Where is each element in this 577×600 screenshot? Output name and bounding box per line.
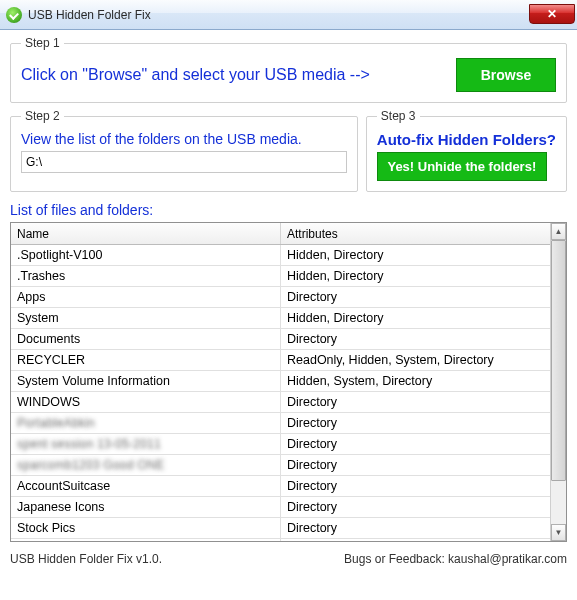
- step3-group: Step 3 Auto-fix Hidden Folders? Yes! Unh…: [366, 109, 567, 192]
- cell-name: Apps: [11, 287, 281, 307]
- window-title: USB Hidden Folder Fix: [28, 8, 151, 22]
- table-row[interactable]: sparcomb1203 Good ONEDirectory: [11, 455, 550, 476]
- cell-attributes: Hidden, System, Directory: [281, 371, 550, 391]
- cell-name: AccountSuitcase: [11, 476, 281, 496]
- table-row[interactable]: System Volume InformationHidden, System,…: [11, 371, 550, 392]
- cell-name: MDB: [11, 539, 281, 541]
- cell-attributes: Directory: [281, 413, 550, 433]
- table-row[interactable]: DocumentsDirectory: [11, 329, 550, 350]
- cell-name: System: [11, 308, 281, 328]
- cell-name: PortableAbkin: [11, 413, 281, 433]
- table-row[interactable]: Japanese IconsDirectory: [11, 497, 550, 518]
- table-row[interactable]: spent session 13-05-2011Directory: [11, 434, 550, 455]
- step2-legend: Step 2: [21, 109, 64, 123]
- cell-name: Documents: [11, 329, 281, 349]
- column-header-name[interactable]: Name: [11, 223, 281, 244]
- title-bar: USB Hidden Folder Fix ✕: [0, 0, 577, 30]
- scroll-down-button[interactable]: ▼: [551, 524, 566, 541]
- version-label: USB Hidden Folder Fix v1.0.: [10, 552, 162, 566]
- cell-attributes: Directory: [281, 497, 550, 517]
- table-row[interactable]: WINDOWSDirectory: [11, 392, 550, 413]
- cell-name: Japanese Icons: [11, 497, 281, 517]
- cell-attributes: Directory: [281, 434, 550, 454]
- column-header-attributes[interactable]: Attributes: [281, 223, 550, 244]
- status-bar: USB Hidden Folder Fix v1.0. Bugs or Feed…: [0, 546, 577, 570]
- scroll-thumb[interactable]: [551, 240, 566, 481]
- cell-attributes: Directory: [281, 518, 550, 538]
- table-row[interactable]: .Spotlight-V100Hidden, Directory: [11, 245, 550, 266]
- cell-attributes: Hidden, Directory: [281, 308, 550, 328]
- scroll-track[interactable]: [551, 240, 566, 524]
- step1-group: Step 1 Click on "Browse" and select your…: [10, 36, 567, 103]
- cell-attributes: Directory: [281, 329, 550, 349]
- step2-group: Step 2 View the list of the folders on t…: [10, 109, 358, 192]
- app-icon: [6, 7, 22, 23]
- table-row[interactable]: RECYCLERReadOnly, Hidden, System, Direct…: [11, 350, 550, 371]
- table-row[interactable]: Stock PicsDirectory: [11, 518, 550, 539]
- cell-name: .Trashes: [11, 266, 281, 286]
- cell-attributes: Hidden, Directory: [281, 266, 550, 286]
- content-area: Step 1 Click on "Browse" and select your…: [0, 30, 577, 546]
- table-row[interactable]: AppsDirectory: [11, 287, 550, 308]
- cell-name: System Volume Information: [11, 371, 281, 391]
- file-list: Name Attributes .Spotlight-V100Hidden, D…: [10, 222, 567, 542]
- cell-attributes: Directory: [281, 287, 550, 307]
- cell-name: WINDOWS: [11, 392, 281, 412]
- feedback-label: Bugs or Feedback: kaushal@pratikar.com: [344, 552, 567, 566]
- step3-instruction: Auto-fix Hidden Folders?: [377, 131, 556, 148]
- usb-path-input[interactable]: [21, 151, 347, 173]
- cell-name: sparcomb1203 Good ONE: [11, 455, 281, 475]
- list-heading: List of files and folders:: [10, 202, 567, 218]
- cell-attributes: ReadOnly, Hidden, System, Directory: [281, 350, 550, 370]
- step2-instruction: View the list of the folders on the USB …: [21, 131, 347, 147]
- table-row[interactable]: SystemHidden, Directory: [11, 308, 550, 329]
- close-icon: ✕: [547, 7, 557, 21]
- step1-legend: Step 1: [21, 36, 64, 50]
- scroll-up-button[interactable]: ▲: [551, 223, 566, 240]
- cell-name: RECYCLER: [11, 350, 281, 370]
- unhide-button[interactable]: Yes! Unhide the folders!: [377, 152, 547, 181]
- close-button[interactable]: ✕: [529, 4, 575, 24]
- step3-legend: Step 3: [377, 109, 420, 123]
- table-row[interactable]: AccountSuitcaseDirectory: [11, 476, 550, 497]
- list-header: Name Attributes: [11, 223, 550, 245]
- cell-attributes: Hidden, Directory: [281, 245, 550, 265]
- cell-name: Stock Pics: [11, 518, 281, 538]
- step1-instruction: Click on "Browse" and select your USB me…: [21, 66, 446, 84]
- cell-name: .Spotlight-V100: [11, 245, 281, 265]
- cell-name: spent session 13-05-2011: [11, 434, 281, 454]
- table-row[interactable]: PortableAbkinDirectory: [11, 413, 550, 434]
- table-row[interactable]: MDBDirectory: [11, 539, 550, 541]
- cell-attributes: Directory: [281, 392, 550, 412]
- browse-button[interactable]: Browse: [456, 58, 556, 92]
- cell-attributes: Directory: [281, 539, 550, 541]
- vertical-scrollbar[interactable]: ▲ ▼: [550, 223, 567, 541]
- cell-attributes: Directory: [281, 455, 550, 475]
- table-row[interactable]: .TrashesHidden, Directory: [11, 266, 550, 287]
- cell-attributes: Directory: [281, 476, 550, 496]
